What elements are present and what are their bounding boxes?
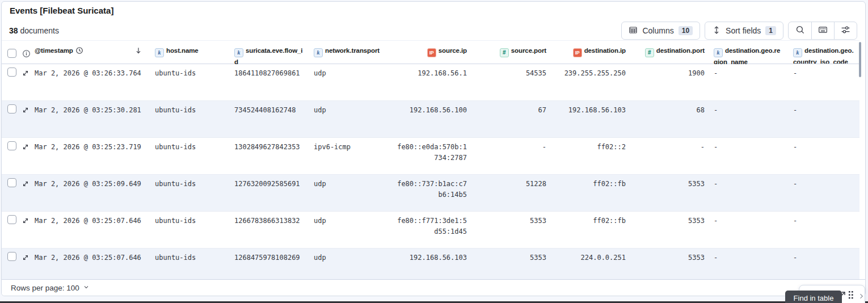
row-checkbox[interactable] [7,252,16,261]
drag-handle-icon[interactable] [848,291,854,302]
column-header-timestamp[interactable]: @timestamp [32,41,150,64]
expand-icon [22,253,29,263]
vertical-scrollbar-thumb[interactable] [859,42,861,77]
expand-row-button[interactable] [22,106,29,115]
keyword-type-icon: k [234,48,243,57]
cell-dport: 1900 [630,64,709,100]
column-header-label: destination.ip [584,47,626,54]
expand-icon [22,179,29,189]
row-checkbox-cell [2,101,19,137]
cell-region: - [709,175,789,211]
grid-utility-button-group [788,22,857,40]
keyword-type-icon: k [714,48,723,57]
column-header-region[interactable]: kdestination.geo.region_name [709,41,789,64]
keyboard-icon [818,25,828,37]
cell-timestamp: Mar 2, 2026 @ 03:25:23.719 [32,138,150,174]
cell-dport: 68 [630,101,709,137]
cell-sip: fe80::e0da:570b:1734:2787 [389,138,471,174]
cell-timestamp: Mar 2, 2026 @ 03:25:07.646 [32,249,150,279]
cell-region: - [709,64,789,100]
cell-country: - [789,249,859,279]
cell-dip: 224.0.0.251 [551,249,630,279]
select-all-checkbox[interactable] [7,49,16,58]
ip-type-icon: IP [427,48,436,57]
column-header-sport[interactable]: #source.port [471,41,551,64]
row-checkbox-cell [2,212,19,248]
cell-timestamp: Mar 2, 2026 @ 03:26:33.764 [32,64,150,100]
rows-per-page-button[interactable]: Rows per page: 100 [11,284,90,292]
keyword-type-icon: k [155,48,164,57]
header-checkbox-cell [2,41,19,64]
row-checkbox[interactable] [7,141,16,150]
columns-button[interactable]: Columns 10 [621,22,700,40]
row-checkbox[interactable] [7,215,16,224]
cell-sip: 192.168.56.100 [389,101,471,137]
cell-host: ubuntu-ids [150,175,230,211]
expand-row-button[interactable] [22,253,29,263]
table-row: Mar 2, 2026 @ 03:25:07.646ubuntu-ids1268… [2,249,859,279]
row-checkbox[interactable] [7,68,16,77]
expand-row-button[interactable] [22,69,29,78]
keyboard-shortcuts-button[interactable] [811,22,834,39]
row-checkbox[interactable] [7,104,16,113]
display-options-button[interactable] [834,22,857,39]
sort-fields-button-label: Sort fields [726,26,761,35]
column-header-country[interactable]: kdestination.geo.country_iso_code [789,41,859,64]
cell-sport: 5353 [471,212,551,248]
cell-timestamp: Mar 2, 2026 @ 03:25:09.649 [32,175,150,211]
chevron-right-icon[interactable] [858,292,865,302]
cell-region: - [709,138,789,174]
cell-country: - [789,138,859,174]
cell-transport: ipv6-icmp [309,138,389,174]
column-header-transport[interactable]: knetwork.transport [309,41,389,64]
sliders-icon [841,25,850,37]
cell-region: - [709,249,789,279]
row-expand-cell [19,249,32,279]
cell-dport: - [630,138,709,174]
find-in-table-tooltip: Find in table [785,291,842,303]
expand-row-button[interactable] [22,142,29,152]
cell-flow: 1302849627842353 [230,138,309,174]
column-header-label: network.transport [325,47,380,54]
cell-flow: 1268475978108269 [230,249,309,279]
expand-icon [22,106,29,115]
column-header-flow[interactable]: ksuricata.eve.flow_id [230,41,309,64]
sort-fields-button[interactable]: Sort fields 1 [705,22,783,40]
cell-transport: udp [309,64,389,100]
cell-dport: 5353 [630,175,709,211]
column-header-label: @timestamp [35,46,73,55]
cell-timestamp: Mar 2, 2026 @ 03:25:30.281 [32,101,150,137]
page-title: Events [Filebeat Suricata] [10,6,113,15]
row-checkbox[interactable] [7,178,16,187]
cell-country: - [789,101,859,137]
grid-header: @timestampkhost.nameksuricata.eve.flow_i… [2,40,859,64]
cell-sip: 192.168.56.1 [389,64,471,100]
column-header-dport[interactable]: #destination.port [630,41,709,64]
expand-icon [22,216,29,226]
cell-host: ubuntu-ids [150,249,230,279]
column-header-sip[interactable]: IPsource.ip [389,41,471,64]
row-expand-cell [19,175,32,211]
keyword-type-icon: k [793,48,802,57]
document-count-value: 38 [9,26,18,35]
cell-dip: ff02::fb [551,175,630,211]
cell-flow: 1864110827069861 [230,64,309,100]
cell-dip: 239.255.255.250 [551,64,630,100]
cell-sport: 67 [471,101,551,137]
cell-region: - [709,212,789,248]
search-icon [795,25,805,37]
column-header-host[interactable]: khost.name [150,41,230,64]
column-header-dip[interactable]: IPdestination.ip [551,41,630,64]
cell-country: - [789,64,859,100]
column-header-label: suricata.eve.flow_id [234,47,302,65]
cell-dip: 192.168.56.103 [551,101,630,137]
cell-host: ubuntu-ids [150,101,230,137]
expand-row-button[interactable] [22,216,29,226]
cell-flow: 734524408162748 [230,101,309,137]
expand-row-button[interactable] [22,179,29,189]
search-button[interactable] [789,22,811,39]
column-header-label: host.name [166,47,199,54]
table-row: Mar 2, 2026 @ 03:25:30.281ubuntu-ids7345… [2,101,859,138]
header-control-cell [19,41,32,64]
info-icon [22,50,31,60]
